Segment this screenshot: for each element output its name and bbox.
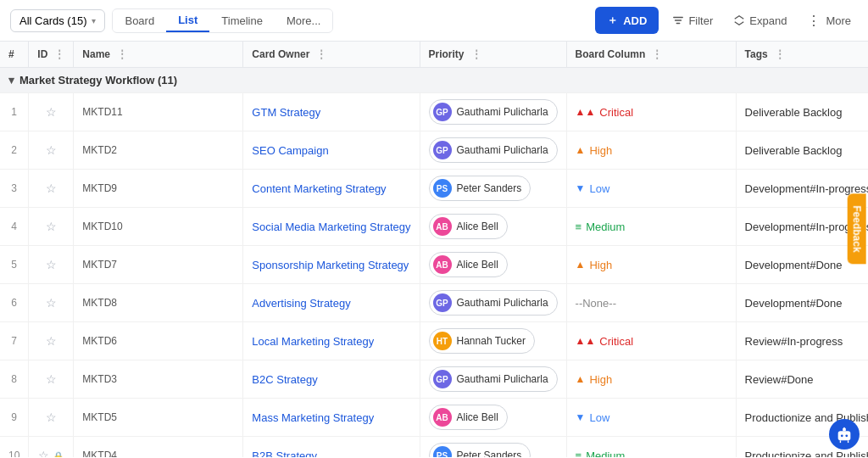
bot-icon[interactable]: [829, 419, 860, 450]
row-name[interactable]: SEO Campaign: [243, 131, 420, 170]
row-board-column: Deliverable Backlog: [736, 131, 868, 170]
star-icon[interactable]: ☆: [46, 182, 57, 195]
owner-name: Gauthami Pulicharla: [457, 106, 548, 118]
star-icon[interactable]: ☆: [38, 449, 49, 457]
table-row: 7 ☆ MKTD6 Local Marketing Strategy HT Ha…: [0, 322, 868, 360]
col-handle-id[interactable]: ⋮: [54, 48, 64, 60]
avatar: PS: [433, 179, 452, 198]
star-icon[interactable]: ☆: [46, 296, 57, 310]
more-action[interactable]: ⋮ More: [800, 8, 858, 33]
row-icons: ☆: [29, 322, 74, 360]
expand-icon: [733, 14, 745, 26]
row-owner: AB Alice Bell: [420, 246, 566, 284]
owner-chip: GP Gauthami Pulicharla: [429, 99, 558, 125]
star-icon[interactable]: ☆: [46, 372, 57, 386]
priority-cell: ▲ High: [576, 259, 727, 271]
row-priority: ▼ Low: [566, 399, 736, 437]
row-name[interactable]: Sponsorship Marketing Strategy: [243, 246, 420, 284]
row-name[interactable]: Social Media Marketing Strategy: [243, 208, 420, 246]
all-cards-button[interactable]: All Cards (15) ▾: [10, 9, 105, 32]
col-name: Name ⋮: [74, 42, 243, 68]
star-icon[interactable]: ☆: [46, 220, 57, 233]
row-name[interactable]: Mass Marketing Strategy: [243, 399, 420, 437]
star-icon[interactable]: ☆: [46, 105, 57, 119]
svg-rect-0: [838, 431, 851, 440]
priority-cell: ≡ Medium: [576, 450, 727, 458]
row-id: MKTD8: [74, 284, 243, 322]
row-name[interactable]: GTM Strategy: [243, 93, 420, 131]
owner-chip: HT Hannah Tucker: [429, 328, 535, 354]
tab-board[interactable]: Board: [113, 10, 166, 31]
feedback-tab[interactable]: Feedback: [847, 193, 865, 264]
owner-chip: AB Alice Bell: [429, 405, 508, 430]
row-priority: ▲▲ Critical: [566, 93, 736, 131]
row-name[interactable]: B2C Strategy: [243, 360, 420, 399]
table-row: 8 ☆ MKTD3 B2C Strategy GP Gauthami Pulic…: [0, 360, 868, 399]
tab-list[interactable]: List: [166, 9, 209, 32]
row-priority: ≡ Medium: [566, 208, 736, 246]
expand-action[interactable]: Expand: [726, 10, 793, 31]
row-number: 2: [0, 131, 29, 170]
row-icons: ☆: [29, 131, 74, 170]
star-icon[interactable]: ☆: [46, 143, 57, 157]
col-handle-tags[interactable]: ⋮: [775, 48, 785, 60]
col-handle-name[interactable]: ⋮: [117, 48, 127, 60]
tab-timeline[interactable]: Timeline: [209, 10, 275, 31]
row-number: 8: [0, 360, 29, 399]
star-icon[interactable]: ☆: [46, 334, 57, 348]
table-row: 9 ☆ MKTD5 Mass Marketing Strategy AB Ali…: [0, 399, 868, 437]
priority-cell: ▼ Low: [576, 182, 727, 195]
table-row: 1 ☆ MKTD11 GTM Strategy GP Gauthami Puli…: [0, 93, 868, 131]
owner-name: Hannah Tucker: [457, 335, 526, 347]
row-name[interactable]: Local Marketing Strategy: [243, 322, 420, 360]
row-number: 7: [0, 322, 29, 360]
col-handle-owner[interactable]: ⋮: [316, 48, 326, 60]
row-board-column: Deliverable Backlog: [736, 93, 868, 131]
row-icons: ☆: [29, 93, 74, 131]
chevron-down-icon: ▾: [92, 16, 96, 25]
row-name[interactable]: B2B Strategy: [243, 437, 420, 458]
avatar: AB: [433, 255, 452, 274]
row-id: MKTD11: [74, 93, 243, 131]
table-row: 6 ☆ MKTD8 Advertising Strategy GP Gautha…: [0, 284, 868, 322]
add-button[interactable]: ＋ ADD: [595, 7, 659, 34]
avatar: AB: [433, 217, 452, 236]
table-body: ▾ Market Strategy Workflow (11) 1 ☆ MKTD…: [0, 68, 868, 458]
row-number: 3: [0, 170, 29, 208]
table-row: 4 ☆ MKTD10 Social Media Marketing Strate…: [0, 208, 868, 246]
col-handle-board-column[interactable]: ⋮: [652, 48, 662, 60]
table-row: 10 ☆ 🔒 MKTD4 B2B Strategy PS Peter Sande…: [0, 437, 868, 458]
row-name[interactable]: Advertising Strategy: [243, 284, 420, 322]
owner-name: Gauthami Pulicharla: [457, 144, 548, 156]
row-id: MKTD7: [74, 246, 243, 284]
svg-point-4: [843, 427, 845, 429]
row-number: 4: [0, 208, 29, 246]
row-owner: GP Gauthami Pulicharla: [420, 360, 566, 399]
star-icon[interactable]: ☆: [46, 258, 57, 271]
avatar: GP: [433, 370, 452, 388]
row-number: 5: [0, 246, 29, 284]
col-board-column: Board Column ⋮: [566, 42, 736, 68]
owner-name: Alice Bell: [457, 221, 498, 232]
row-icons: ☆: [29, 284, 74, 322]
filter-icon: [672, 14, 684, 26]
tab-more[interactable]: More...: [275, 10, 332, 31]
row-owner: GP Gauthami Pulicharla: [420, 93, 566, 131]
group-chevron-icon[interactable]: ▾: [8, 74, 14, 87]
row-number: 9: [0, 399, 29, 437]
owner-name: Alice Bell: [457, 259, 498, 271]
owner-chip: PS Peter Sanders: [429, 176, 531, 201]
row-priority: ▲ High: [566, 360, 736, 399]
filter-action[interactable]: Filter: [665, 10, 720, 31]
row-name[interactable]: Content Marketing Strategy: [243, 170, 420, 208]
star-icon[interactable]: ☆: [46, 411, 57, 424]
table-row: 2 ☆ MKTD2 SEO Campaign GP Gauthami Pulic…: [0, 131, 868, 170]
row-owner: AB Alice Bell: [420, 208, 566, 246]
row-priority: ▲▲ Critical: [566, 322, 736, 360]
col-handle-priority[interactable]: ⋮: [471, 48, 481, 60]
main-table: # ID ⋮ Name ⋮ Card Owner ⋮ Priority ⋮ Bo…: [0, 42, 868, 457]
filter-label: Filter: [688, 14, 713, 27]
col-priority: Priority ⋮: [420, 42, 566, 68]
owner-name: Peter Sanders: [457, 450, 522, 457]
plus-icon: ＋: [607, 13, 618, 28]
